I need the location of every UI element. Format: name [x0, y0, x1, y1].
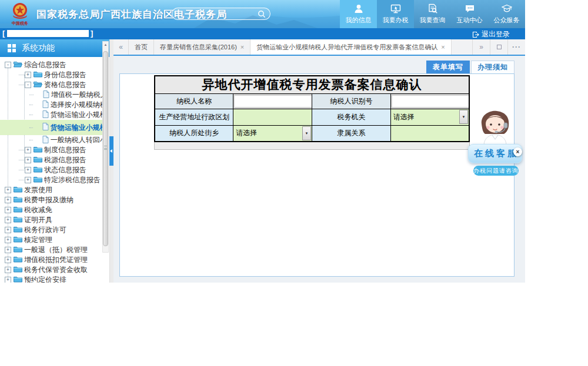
nav-item-3[interactable]: 我要查询 — [414, 0, 451, 28]
tree-item[interactable]: -资格信息报告 — [0, 80, 103, 90]
tree-item[interactable]: +增值税抵扣凭证管理 — [0, 255, 103, 265]
form-title-row: 异地代开增值税专用发票备案信息确认 — [155, 76, 469, 93]
expand-icon[interactable]: + — [5, 237, 11, 243]
tree-item[interactable]: +税收减免 — [0, 205, 103, 215]
customer-service-avatar — [470, 109, 520, 145]
tabbar-controls: »··· — [472, 39, 525, 55]
nav-item-5[interactable]: 公众服务 — [488, 0, 525, 28]
tab-label: 货物运输业小规模纳税人异地代开增值税专用发票备案信息确认 — [256, 43, 437, 52]
nav-item-label: 我要查询 — [420, 16, 446, 25]
folder-icon — [34, 166, 42, 174]
tree-item-label: 发票使用 — [24, 185, 52, 195]
nav-item-2[interactable]: 我要办税 — [377, 0, 414, 28]
address-region-cell — [233, 109, 312, 125]
tab-maximize-button[interactable] — [490, 39, 507, 55]
folder-icon — [34, 70, 42, 79]
tab-guide[interactable]: 办理须知 — [471, 61, 514, 73]
affiliation-cell — [390, 125, 469, 142]
tree-item[interactable]: +状态信息报告 — [0, 165, 103, 175]
expand-icon[interactable]: + — [25, 177, 31, 183]
expand-icon[interactable]: + — [5, 267, 11, 273]
tree-item[interactable]: -综合信息报告 — [0, 60, 103, 70]
header-nav: 我的信息我要办税我要查询互动中心公众服务 — [340, 0, 525, 28]
expand-icon[interactable]: + — [5, 227, 11, 233]
tree-item[interactable]: +制度信息报告 — [0, 145, 103, 155]
nav-item-1[interactable]: 我的信息 — [340, 0, 377, 28]
tab-form-fill[interactable]: 表单填写 — [426, 61, 470, 73]
tree-item[interactable]: +证明开具 — [0, 215, 103, 225]
tab-menu-button[interactable]: ··· — [507, 39, 525, 55]
tab-label: 首页 — [135, 43, 148, 52]
folder-icon — [14, 276, 22, 283]
sidebar-collapse-handle[interactable] — [109, 136, 113, 166]
folder-icon — [34, 176, 42, 184]
tree-connector — [19, 170, 24, 170]
search-input[interactable] — [172, 8, 270, 20]
dropdown-arrow-icon[interactable]: ▼ — [302, 126, 311, 140]
document-tab-3[interactable]: 货物运输业小规模纳税人异地代开增值税专用发票备案信息确认× — [250, 39, 451, 55]
expand-icon[interactable]: + — [5, 197, 11, 203]
national-emblem-icon — [10, 1, 30, 21]
tree-item[interactable]: 一般纳税人转回小规模纳税 — [0, 135, 103, 145]
tab-scroll-left-button[interactable]: « — [113, 39, 129, 55]
tree-item[interactable]: 货物运输业小规模纳税人异 — [0, 110, 103, 120]
expand-icon[interactable]: + — [5, 187, 11, 193]
taxpayer-name-input[interactable] — [235, 96, 312, 107]
scroll-up-arrow[interactable]: ▲ — [103, 42, 108, 48]
taxpayer-id-input[interactable] — [392, 96, 469, 107]
notice-open-bracket: [ — [2, 29, 5, 38]
expand-icon[interactable]: + — [25, 157, 31, 163]
tree-item[interactable]: +身份信息报告 — [0, 70, 103, 80]
scrollbar-thumb[interactable] — [103, 51, 108, 246]
service-consult-bubble[interactable]: 办税问题请咨询 — [473, 166, 519, 176]
select-value: 请选择 — [236, 128, 257, 138]
tree-connector — [19, 180, 24, 180]
tree-item[interactable]: +税源信息报告 — [0, 155, 103, 165]
tax-authority-select[interactable]: 请选择 ▼ — [391, 109, 469, 125]
search-icon[interactable] — [258, 10, 266, 18]
tree-connector — [19, 75, 24, 75]
tree-item[interactable]: +预约定价安排 — [0, 275, 103, 283]
dropdown-arrow-icon[interactable]: ▼ — [459, 110, 468, 124]
tree-item-selected[interactable]: 货物运输业小规模纳税人异 — [0, 120, 103, 135]
tax-authority-cell: 请选择 ▼ — [390, 109, 469, 125]
expand-icon[interactable]: + — [25, 72, 31, 78]
expand-icon[interactable]: + — [5, 257, 11, 263]
tree-item[interactable]: +一般退（抵）税管理 — [0, 245, 103, 255]
screenshot-stage: 中国税务 国家税务总局广西壮族自治区电子税务局 我的信息我要办税我要查询互动中心… — [0, 0, 588, 366]
document-tab-1[interactable]: 首页 — [129, 39, 154, 55]
expand-icon[interactable]: + — [5, 277, 11, 283]
document-tab-2[interactable]: 存量房销售信息采集(2016)× — [154, 39, 250, 55]
street-township-select[interactable]: 请选择 ▼ — [233, 126, 312, 141]
collapse-icon[interactable]: - — [25, 82, 31, 88]
tab-scroll-right-button[interactable]: » — [472, 39, 490, 55]
expand-icon[interactable]: + — [25, 147, 31, 153]
tree-item[interactable]: +税务代保管资金收取 — [0, 265, 103, 275]
nav-item-4[interactable]: 互动中心 — [451, 0, 488, 28]
nav-item-label: 互动中心 — [457, 16, 483, 25]
tree-item[interactable]: +特定涉税信息报告 — [0, 175, 103, 185]
field-label: 隶属关系 — [312, 125, 391, 142]
expand-icon[interactable]: + — [25, 167, 31, 173]
scholar-cap-icon — [502, 4, 512, 14]
logout-icon — [472, 31, 479, 38]
sidebar-scrollbar[interactable]: ▲ — [102, 41, 109, 253]
tab-close-icon[interactable]: × — [240, 43, 244, 51]
tree-item[interactable]: +发票使用 — [0, 185, 103, 195]
tab-close-icon[interactable]: × — [441, 43, 445, 51]
expand-icon[interactable]: + — [5, 247, 11, 253]
tree-item[interactable]: +税务行政许可 — [0, 225, 103, 235]
tree-item[interactable]: +核定管理 — [0, 235, 103, 245]
logout-label: 退出登录 — [482, 29, 510, 39]
expand-icon[interactable]: + — [5, 217, 11, 223]
taxpayer-id-cell — [390, 93, 469, 109]
tree-item[interactable]: 增值税一般纳税人登记 — [0, 90, 103, 100]
close-icon[interactable]: × — [513, 147, 522, 156]
tree-item[interactable]: +税费申报及缴纳 — [0, 195, 103, 205]
collapse-icon[interactable]: - — [5, 62, 11, 68]
logout-button[interactable]: 退出登录 — [472, 29, 510, 39]
tree-item[interactable]: 选择按小规模纳税人纳税的 — [0, 100, 103, 110]
notice-bar: [ ] 退出登录 — [0, 28, 525, 39]
expand-icon[interactable]: + — [5, 207, 11, 213]
sidebar: 系统功能 -综合信息报告+身份信息报告-资格信息报告增值税一般纳税人登记选择按小… — [0, 39, 109, 283]
